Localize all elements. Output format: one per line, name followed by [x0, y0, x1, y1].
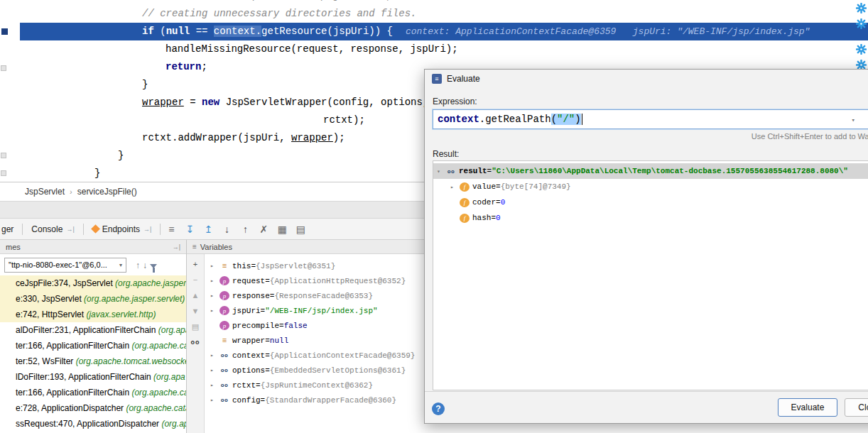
result-row[interactable]: ▾ooresult = "C:\Users\11860\AppData\Loca… [433, 163, 868, 179]
move-tab-icon: →| [143, 226, 151, 233]
code-token: = [184, 97, 202, 108]
plugin-gear-icon[interactable] [856, 18, 867, 29]
execution-pointer-icon [1, 28, 8, 35]
inline-debug-hint: context: ApplicationContextFacade@6359 j… [406, 26, 810, 37]
result-row[interactable]: ▸fvalue = {byte[74]@7349} [433, 179, 868, 194]
equals-sign: = [265, 366, 270, 375]
evaluate-button[interactable]: Evaluate [778, 398, 838, 417]
code-token: // creating unnecessary directories and … [142, 8, 416, 19]
history-chevron-icon[interactable]: ▾ [852, 116, 855, 124]
expression-label: Expression: [433, 97, 477, 106]
tab-debugger[interactable]: ger [0, 219, 21, 239]
variable-name: jspUri [232, 307, 261, 315]
chevron-right-icon[interactable]: ▸ [210, 292, 219, 299]
copy-icon[interactable]: ▤ [192, 322, 199, 331]
variable-name: rctxt [232, 381, 256, 390]
settings-menu-icon[interactable]: ≡ [162, 224, 180, 235]
breadcrumb-item-class[interactable]: JspServlet [25, 187, 65, 197]
equals-sign: = [256, 381, 261, 390]
equals-sign: = [265, 277, 270, 285]
fold-marker[interactable] [1, 153, 6, 158]
variables-header-label: Variables [200, 243, 232, 251]
chevron-right-icon[interactable]: ▸ [210, 352, 219, 358]
chevron-right-icon[interactable]: ▸ [210, 397, 219, 403]
variable-name: this [232, 262, 251, 270]
tab-console[interactable]: Console→| [24, 219, 81, 239]
evaluate-dialog: ≡ Evaluate Expression: context.getRealPa… [424, 69, 868, 424]
frame-package: (org.apa [158, 325, 186, 335]
close-button[interactable]: Close [845, 398, 868, 417]
help-icon[interactable]: ? [432, 402, 445, 415]
scroll-up-icon[interactable]: ▲ [192, 291, 200, 300]
table-view-icon[interactable]: ▦ [273, 224, 291, 235]
plugin-gear-icon[interactable] [856, 44, 867, 55]
variable-name: request [232, 277, 265, 285]
chevron-right-icon[interactable]: ▸ [210, 263, 219, 269]
execution-line: if (null == context.getResource(jspUri))… [20, 23, 868, 40]
frame-down-icon[interactable]: ↓ [143, 261, 147, 270]
frame-package: (org.apache.jasper.se [115, 278, 186, 288]
variable-name: options [232, 366, 265, 375]
mute-breakpoints-icon[interactable]: ✗ [254, 224, 273, 235]
layout-settings-icon[interactable]: ▤ [291, 224, 310, 235]
tab-label: ger [1, 224, 13, 234]
scroll-down-icon[interactable]: ▼ [192, 307, 200, 316]
remove-watch-icon[interactable]: − [193, 275, 197, 285]
frame-row[interactable]: lDoFilter:193, ApplicationFilterChain (o… [0, 369, 186, 385]
step-up-icon[interactable]: ↑ [236, 224, 254, 235]
filter-icon[interactable] [150, 264, 157, 268]
chevron-down-icon: ▾ [119, 262, 122, 268]
variable-name: context [232, 351, 265, 360]
variable-value: {ResponseFacade@6353} [274, 292, 373, 300]
step-into-icon[interactable]: ↓ [217, 224, 236, 235]
variable-name: response [232, 292, 270, 300]
plugin-gear-icon[interactable] [856, 3, 867, 13]
frame-package: (org.apa [153, 372, 185, 382]
fold-marker[interactable] [1, 65, 6, 71]
frame-row[interactable]: alDoFilter:231, ApplicationFilterChain (… [0, 322, 186, 338]
equals-sign: = [496, 182, 501, 191]
tab-separator [22, 224, 23, 235]
variable-value: {ApplicationHttpRequest@6352} [270, 277, 406, 285]
result-label: Result: [433, 149, 459, 159]
breadcrumb-item-method[interactable]: serviceJspFile() [77, 187, 137, 197]
result-row[interactable]: fcoder = 0 [433, 194, 868, 210]
tab-separator [83, 224, 84, 235]
expression-input[interactable]: context.getRealPath("/") ▾ [433, 109, 868, 129]
frame-row[interactable]: e:728, ApplicationDispatcher (org.apache… [0, 400, 186, 416]
move-panel-icon[interactable]: →| [173, 243, 180, 251]
thread-selector[interactable]: "ttp-nio-8080-exec-1"@6,0... ▾ [4, 258, 126, 273]
chevron-right-icon[interactable]: ▸ [210, 367, 219, 373]
add-watch-icon[interactable]: + [193, 260, 197, 269]
watches-icon[interactable]: oo [191, 338, 200, 347]
fold-marker[interactable] [1, 170, 6, 176]
frame-package: (javax.servlet.http) [86, 309, 156, 319]
menu-icon: ≡ [192, 243, 197, 251]
equals-sign: = [265, 336, 270, 345]
chevron-right-icon[interactable]: ▸ [210, 307, 219, 314]
frame-row[interactable]: ter:166, ApplicationFilterChain (org.apa… [0, 385, 186, 400]
local-variable-icon: oo [446, 167, 456, 176]
result-row[interactable]: fhash = 0 [433, 210, 868, 226]
frame-location: ter:166, ApplicationFilterChain [16, 341, 131, 351]
field-icon: f [460, 182, 470, 192]
dialog-title: Evaluate [447, 74, 480, 84]
chevron-right-icon[interactable]: ▸ [210, 278, 219, 284]
frame-row[interactable]: ter:166, ApplicationFilterChain (org.apa… [0, 338, 186, 353]
chevron-down-icon[interactable]: ▾ [437, 168, 446, 175]
result-value: "C:\Users\11860\AppData\Local\Temp\tomca… [492, 167, 848, 175]
code-token: rctxt.addWrapper(jspUri, [142, 132, 291, 143]
restore-layout-icon[interactable]: ↧ [180, 224, 199, 235]
frame-row[interactable]: ter:52, WsFilter (org.apache.tomcat.webs… [0, 353, 186, 369]
variable-value: false [284, 322, 308, 330]
frame-up-icon[interactable]: ↑ [136, 261, 140, 270]
dialog-titlebar[interactable]: ≡ Evaluate [425, 70, 868, 88]
frame-row[interactable]: e:742, HttpServlet (javax.servlet.http) [0, 307, 186, 322]
chevron-right-icon[interactable]: ▸ [450, 184, 460, 190]
frame-row[interactable]: ceJspFile:374, JspServlet (org.apache.ja… [0, 275, 186, 291]
chevron-right-icon[interactable]: ▸ [210, 382, 219, 388]
frame-row[interactable]: ssRequest:470, ApplicationDispatcher (or… [0, 416, 186, 432]
tab-endpoints[interactable]: Endpoints→| [85, 219, 159, 239]
step-out-arrow-icon[interactable]: ↥ [199, 224, 217, 235]
frame-row[interactable]: e:330, JspServlet (org.apache.jasper.ser… [0, 291, 186, 307]
